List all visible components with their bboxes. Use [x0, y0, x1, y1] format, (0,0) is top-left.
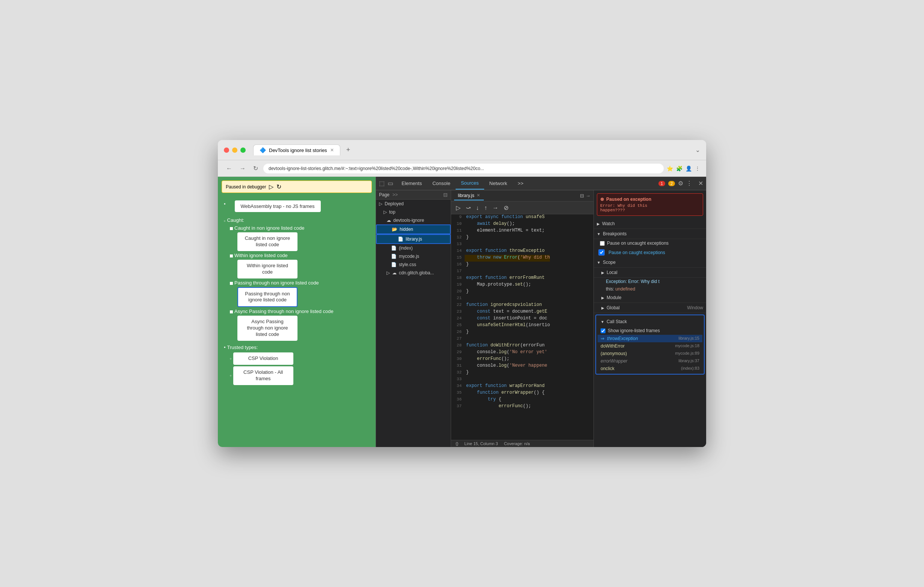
tab-sources[interactable]: Sources — [455, 177, 484, 189]
resume-dbg-btn[interactable]: ▷ — [454, 203, 462, 212]
watch-section-header[interactable]: ▶ Watch — [594, 219, 706, 229]
csp-btn-1[interactable]: CSP Violation - All frames — [233, 366, 293, 385]
tree-cdn[interactable]: ▷ ☁ cdn.glitch.globa... — [376, 269, 451, 277]
active-tab[interactable]: 🔷 DevTools ignore list stories ✕ — [253, 145, 340, 155]
show-frames-row[interactable]: Show ignore-listed frames — [597, 327, 702, 335]
maximize-button[interactable] — [240, 148, 246, 153]
pause-caught-checkbox[interactable] — [599, 250, 604, 255]
frame-throwException[interactable]: ⇒ throwException library.js:15 — [597, 335, 702, 342]
tree-library-js[interactable]: 📄 library.js — [376, 234, 451, 244]
code-line-35: 35 function errorWrapper() { — [451, 390, 594, 397]
extension-icon[interactable]: 🧩 — [676, 166, 683, 171]
source-nav-btn[interactable]: ⊟ — [580, 193, 584, 199]
page-tab[interactable]: Page — [379, 192, 389, 197]
person-icon[interactable]: 👤 — [685, 166, 692, 171]
step-into-btn[interactable]: ↓ — [474, 204, 481, 212]
menu-icon[interactable]: ⋮ — [695, 166, 700, 171]
tree-style[interactable]: 📄 style.css — [376, 260, 451, 269]
caught-btn-3[interactable]: Async Passing through non ignore listed … — [238, 316, 297, 341]
code-line-22: 22 function ignoredcspviolation — [451, 302, 594, 309]
frame-anonymous[interactable]: (anonymous) mycode.js:89 — [597, 350, 702, 357]
bookmark-icon[interactable]: ⭐ — [667, 166, 673, 171]
source-tabs: library.js ✕ ⊟ → — [451, 190, 594, 202]
caught-btn-0[interactable]: Caught in non ignore listed code — [238, 232, 297, 251]
code-line-27: 27 — [451, 336, 594, 343]
tab-more[interactable]: >> — [512, 178, 528, 189]
callstack-triangle: ▼ — [601, 320, 604, 324]
code-line-25: 25 unsafeSetInnerHtml(insertio — [451, 322, 594, 329]
mycode-icon: 📄 — [391, 254, 397, 259]
show-frames-label: Show ignore-listed frames — [608, 328, 660, 333]
source-tab-close[interactable]: ✕ — [477, 193, 480, 198]
code-line-19: 19 Map.prototype.set(); — [451, 282, 594, 289]
format-icon[interactable]: {} — [455, 441, 458, 446]
frame-loc-3: library.js:37 — [679, 358, 700, 364]
code-line-33: 33 — [451, 377, 594, 383]
frame-errorWrapper[interactable]: errorWrapper library.js:37 — [597, 357, 702, 365]
inspect-icon[interactable]: ⬚ — [379, 180, 384, 187]
device-icon[interactable]: ▭ — [388, 180, 393, 187]
tree-devtools-ignore[interactable]: ☁ devtools-ignore — [376, 216, 451, 224]
devtools-body: Page >> ⊟ ▷ Deployed ▷ top ☁ devtools — [376, 190, 706, 447]
tab-overflow-button[interactable]: ⌄ — [695, 146, 700, 153]
step-btn[interactable]: → — [490, 204, 500, 212]
forward-button[interactable]: → — [238, 164, 248, 173]
module-section-header[interactable]: ▶ Module — [594, 293, 706, 303]
frame-onclick[interactable]: onclick (index):83 — [597, 365, 702, 372]
step-over-dbg-btn[interactable]: ⤻ — [464, 203, 472, 212]
page-overflow[interactable]: >> — [393, 192, 398, 197]
cdn-label: cdn.glitch.globa... — [399, 270, 434, 276]
scope-section-header[interactable]: ▼ Scope — [594, 258, 706, 268]
devtools-close-button[interactable]: ✕ — [698, 180, 703, 187]
local-section-header[interactable]: ▶ Local — [594, 268, 706, 278]
frame-loc-2: mycode.js:89 — [675, 351, 700, 356]
tree-top[interactable]: ▷ top — [376, 208, 451, 216]
tab-network[interactable]: Network — [484, 178, 513, 189]
csp-btn-0[interactable]: CSP Violation — [233, 352, 293, 365]
pause-caught-item[interactable]: Pause on caught exceptions — [594, 247, 706, 258]
pause-uncaught-checkbox[interactable] — [600, 241, 605, 246]
devtools-panel: ⬚ ▭ Elements Console Sources Network >> … — [376, 177, 706, 447]
error-badge: 1 — [658, 181, 665, 186]
code-line-17: 17 — [451, 268, 594, 275]
settings-icon[interactable]: ⚙ — [678, 180, 683, 187]
tab-console[interactable]: Console — [427, 178, 455, 189]
tree-index[interactable]: 📄 (index) — [376, 244, 451, 252]
step-over-button[interactable]: ↻ — [276, 183, 281, 190]
code-line-14: 14 export function throwExceptio — [451, 248, 594, 255]
step-out-btn[interactable]: ↑ — [482, 204, 489, 212]
global-section-header[interactable]: ▶ Global Window — [594, 303, 706, 313]
trusted-section-label: Trusted types: — [227, 345, 258, 350]
source-tab-library[interactable]: library.js ✕ — [454, 191, 484, 201]
sidebar-toggle-icon[interactable]: ⊟ — [443, 192, 448, 198]
source-nav-btn2[interactable]: → — [586, 193, 591, 199]
callstack-header[interactable]: ▼ Call Stack — [597, 317, 702, 327]
breakpoints-section-header[interactable]: ▼ Breakpoints — [594, 229, 706, 239]
frame-doWithError[interactable]: doWithError mycode.js:18 — [597, 342, 702, 350]
new-tab-button[interactable]: + — [343, 145, 353, 155]
callstack-box: ▼ Call Stack Show ignore-listed frames — [595, 314, 705, 375]
debugger-bar: Paused in debugger ▷ ↻ — [222, 181, 372, 193]
tree-mycode[interactable]: 📄 mycode.js — [376, 252, 451, 260]
more-options-icon[interactable]: ⋮ — [686, 180, 692, 187]
deactivate-bp-btn[interactable]: ⊘ — [502, 203, 510, 212]
hidden-label: hidden — [400, 227, 413, 232]
tree-hidden[interactable]: 📂 hidden — [376, 224, 451, 234]
tab-title: DevTools ignore list stories — [269, 148, 327, 153]
tab-elements[interactable]: Elements — [396, 178, 427, 189]
caught-btn-1[interactable]: Within ignore listed code — [238, 260, 297, 278]
minimize-button[interactable] — [232, 148, 238, 153]
exception-key: Exception: Error: Why did t — [606, 279, 660, 284]
caught-btn-2[interactable]: Passing through non ignore listed code — [238, 287, 297, 307]
resume-button[interactable]: ▷ — [269, 183, 274, 190]
back-button[interactable]: ← — [224, 164, 234, 173]
tab-close-icon[interactable]: ✕ — [330, 148, 334, 153]
refresh-button[interactable]: ↻ — [251, 163, 260, 173]
devtools-top-right: 1 2 ⚙ ⋮ ✕ — [658, 180, 703, 187]
pause-uncaught-item[interactable]: Pause on uncaught exceptions — [594, 239, 706, 247]
module-triangle: ▶ — [601, 296, 604, 300]
top-label: top — [389, 209, 396, 215]
show-frames-checkbox[interactable] — [601, 329, 606, 333]
close-button[interactable] — [224, 148, 229, 153]
address-input[interactable] — [263, 164, 664, 173]
